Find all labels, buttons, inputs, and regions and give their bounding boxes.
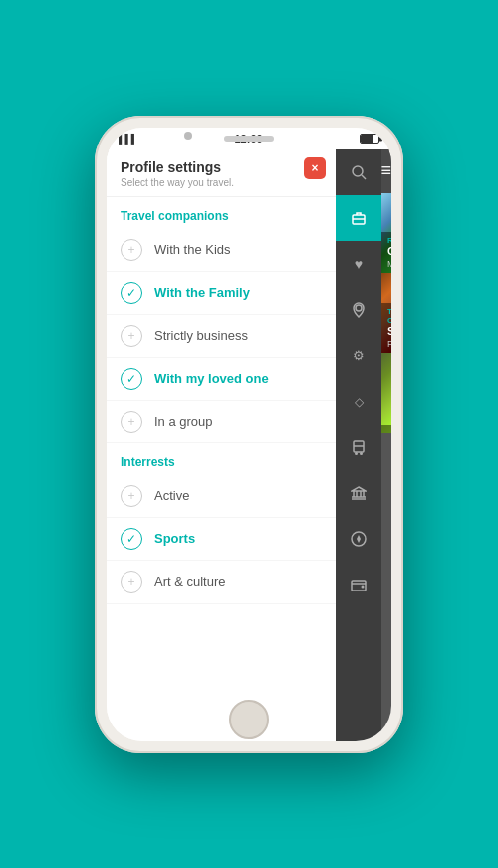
hamburger-icon[interactable]: ≡ — [381, 160, 391, 181]
item-label-active: Active — [154, 488, 189, 503]
list-item[interactable]: ✓ With the Family — [107, 272, 336, 315]
item-label-kids: With the Kids — [154, 242, 231, 257]
add-icon-group: + — [121, 411, 142, 433]
signal-indicator: ▌▌▌ — [119, 134, 137, 144]
phone-screen: ▌▌▌ 12:00 Profile settings Select the wa… — [107, 128, 391, 741]
check-icon-loved-one: ✓ — [121, 368, 142, 390]
list-item[interactable]: + In a group — [107, 401, 336, 443]
right-top-bar: ⛅ ≡ — [381, 149, 391, 193]
svg-marker-17 — [357, 535, 361, 543]
nav-bus-icon[interactable] — [336, 425, 381, 470]
check-icon-sports: ✓ — [121, 528, 142, 550]
close-button[interactable]: × — [304, 157, 326, 179]
svg-point-8 — [360, 452, 363, 455]
svg-line-1 — [362, 175, 366, 179]
svg-point-7 — [355, 452, 358, 455]
add-icon-kids: + — [121, 239, 142, 261]
list-item[interactable]: + Strictly business — [107, 315, 336, 358]
list-item[interactable]: ✓ Sports — [107, 518, 336, 561]
profile-settings-subtitle: Select the way you travel. — [121, 177, 322, 188]
nav-bank-icon[interactable] — [336, 470, 381, 516]
nav-boot-icon[interactable]: ◇ — [336, 379, 381, 425]
svg-point-19 — [362, 585, 365, 588]
phone-speaker — [224, 136, 274, 142]
nav-search-icon[interactable] — [336, 149, 381, 195]
svg-point-0 — [353, 166, 363, 176]
content-card[interactable] — [381, 353, 391, 433]
list-item[interactable]: + Active — [107, 475, 336, 518]
interests-label: Interrests — [107, 443, 336, 475]
left-panel: Profile settings Select the way you trav… — [107, 149, 336, 741]
svg-point-4 — [356, 305, 362, 311]
screen-content: Profile settings Select the way you trav… — [107, 149, 391, 741]
svg-marker-9 — [352, 487, 366, 491]
phone-frame: ▌▌▌ 12:00 Profile settings Select the wa… — [95, 116, 403, 753]
nav-location-icon[interactable] — [336, 287, 381, 333]
card-overlay — [381, 425, 391, 433]
item-label-art: Art & culture — [154, 574, 226, 589]
mid-nav: ♥ ⚙ ◇ — [336, 149, 381, 741]
list-item[interactable]: + Art & culture — [107, 561, 336, 604]
battery-indicator — [360, 134, 379, 144]
travel-companions-label: Travel companions — [107, 197, 336, 229]
phone-home-button[interactable] — [229, 700, 269, 739]
nav-bike-icon[interactable]: ⚙ — [336, 333, 381, 379]
nav-wallet-icon[interactable] — [336, 562, 381, 608]
add-icon-art: + — [121, 571, 142, 593]
content-card[interactable]: Tips of Saze... Family... — [381, 273, 391, 353]
item-label-family: With the Family — [154, 285, 250, 300]
profile-header: Profile settings Select the way you trav… — [107, 149, 336, 197]
phone-camera — [184, 132, 192, 140]
item-label-group: In a group — [154, 414, 213, 429]
card-overlay: Tips of Saze... Family... — [381, 303, 391, 352]
item-label-sports: Sports — [154, 531, 195, 546]
content-card[interactable]: Recom... Cycl... Mount... — [381, 193, 391, 273]
nav-suitcase-icon[interactable] — [336, 195, 381, 241]
add-icon-business: + — [121, 325, 142, 347]
item-label-loved-one: With my loved one — [154, 371, 269, 386]
nav-compass-icon[interactable] — [336, 516, 381, 562]
check-icon-family: ✓ — [121, 282, 142, 304]
nav-heart-icon[interactable]: ♥ — [336, 241, 381, 287]
card-overlay: Recom... Cycl... Mount... — [381, 232, 391, 272]
list-item[interactable]: + With the Kids — [107, 229, 336, 272]
profile-settings-title: Profile settings — [121, 159, 322, 175]
add-icon-active: + — [121, 485, 142, 507]
item-label-business: Strictly business — [154, 328, 248, 343]
card-container: Recom... Cycl... Mount... Tips of Saze..… — [381, 193, 391, 741]
right-panel: ⛅ ≡ Recom... Cycl... Mount... — [381, 149, 391, 741]
list-item[interactable]: ✓ With my loved one — [107, 358, 336, 401]
